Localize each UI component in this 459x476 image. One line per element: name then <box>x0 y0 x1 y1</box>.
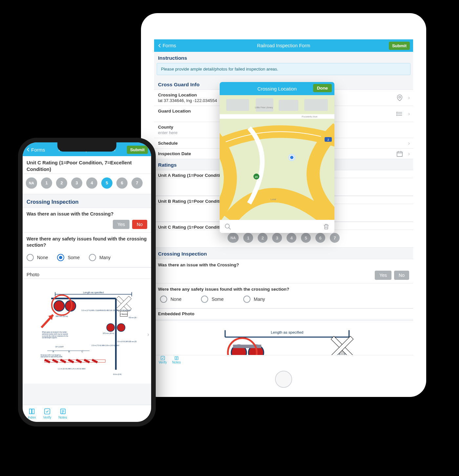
toolbar-verify[interactable]: Verify <box>159 356 167 364</box>
ipad-frame: Forms Railroad Inspection Form Submit In… <box>141 13 426 397</box>
chip-2[interactable]: 2 <box>258 233 268 243</box>
yes-button[interactable]: Yes <box>113 220 130 229</box>
chevron-right-icon: › <box>408 111 410 117</box>
chip-4[interactable]: 4 <box>287 233 296 243</box>
svg-point-4 <box>397 112 397 113</box>
radio-none[interactable]: None <box>27 254 48 261</box>
q2-radios: None Some Many <box>154 292 413 308</box>
submit-button[interactable]: Submit <box>127 146 148 154</box>
svg-rect-7 <box>397 152 403 156</box>
chip-na[interactable]: NA <box>228 233 239 243</box>
rating-c-row: Unit C Rating (1=Poor Condition, 7=Excel… <box>23 156 151 174</box>
chip-4[interactable]: 4 <box>86 177 97 189</box>
svg-rect-26 <box>256 98 273 112</box>
chip-2[interactable]: 2 <box>56 177 67 189</box>
chip-5[interactable]: 5 <box>101 177 112 189</box>
embedded-photo-label: Embedded Photo <box>158 311 409 316</box>
search-icon[interactable] <box>224 223 231 230</box>
trash-icon[interactable] <box>323 223 330 230</box>
svg-point-5 <box>397 114 397 114</box>
svg-rect-79 <box>45 409 50 414</box>
crossing-inspection-heading: Crossing Inspection <box>154 248 413 259</box>
crossing-inspection-heading: Crossing Inspection <box>23 194 151 208</box>
iphone-screen: Forms Railroad Inspection Form Submit Un… <box>23 142 151 422</box>
phone-bottom-toolbar: Index Verify Notes <box>23 405 151 422</box>
svg-point-54 <box>54 300 64 311</box>
svg-text:Length as specified: Length as specified <box>271 330 303 334</box>
svg-text:5.2 m (17 ft)
MIN.
CLEARANCE
A: 5.2 m (17 ft) MIN. CLEARANCE ABOVE CROWN… <box>82 309 131 311</box>
toolbar-notes[interactable]: Notes <box>172 356 181 364</box>
svg-rect-43 <box>161 356 165 360</box>
svg-text:1.1 m (3.5 ft) MIN
1.4 m (4.5 : 1.1 m (3.5 ft) MIN 1.4 m (4.5 ft) MAX <box>58 367 86 369</box>
ipad-bottom-toolbar: Verify Notes <box>154 355 413 364</box>
chip-3[interactable]: 3 <box>272 233 282 243</box>
q2-radios: None Some Many <box>23 249 151 267</box>
svg-line-40 <box>229 227 231 229</box>
svg-point-62 <box>117 323 125 331</box>
done-button[interactable]: Done <box>313 84 332 92</box>
svg-text:85: 85 <box>255 176 258 178</box>
toolbar-verify[interactable]: Verify <box>43 408 51 419</box>
iphone-notch <box>57 142 116 152</box>
svg-point-6 <box>397 115 397 116</box>
popover-title: Crossing Location <box>257 86 297 92</box>
railroad-crossing-diagram: Length as specified <box>37 285 137 383</box>
ipad-home-button[interactable] <box>275 371 292 388</box>
rating-c-chips: NA1234567 <box>23 174 151 194</box>
svg-point-39 <box>225 224 230 228</box>
svg-text:OF LIGHT: OF LIGHT <box>55 345 64 347</box>
toolbar-notes[interactable]: Notes <box>58 408 67 419</box>
yes-button[interactable]: Yes <box>375 271 391 280</box>
chip-5[interactable]: 5 <box>301 233 311 243</box>
check-square-icon <box>44 408 51 415</box>
svg-text:750 mm
(30 in): 750 mm (30 in) <box>129 317 137 319</box>
svg-text:Dimension A-B-C and length asa: Dimension A-B-C and length asappropriate… <box>41 354 63 358</box>
svg-text:Length as specified: Length as specified <box>83 291 104 294</box>
svg-point-37 <box>290 155 294 159</box>
embedded-diagram: Length as specified 230 mm (8 in) 5.2 m … <box>154 321 413 355</box>
chip-7[interactable]: 7 <box>131 177 143 189</box>
photo-label: Photo <box>23 267 151 279</box>
radio-some[interactable]: Some <box>201 296 224 303</box>
svg-rect-28 <box>304 99 328 111</box>
crossing-location-popover: Crossing Location Done Little Free Libra… <box>220 82 334 233</box>
chip-na[interactable]: NA <box>26 177 37 189</box>
svg-rect-25 <box>226 99 249 111</box>
back-label: Forms <box>31 147 45 153</box>
chevron-right-icon: › <box>147 331 149 338</box>
chip-1[interactable]: 1 <box>41 177 52 189</box>
radio-many[interactable]: Many <box>243 296 265 303</box>
chip-6[interactable]: 6 <box>315 233 325 243</box>
notes-icon <box>59 408 67 415</box>
svg-point-0 <box>399 96 401 98</box>
chip-7[interactable]: 7 <box>330 233 340 243</box>
instructions-heading: Instructions <box>154 52 413 63</box>
svg-text:1.5 m (4.9 ft) MIN
635 mm
(25.: 1.5 m (4.9 ft) MIN 635 mm (25.4 in) MAX <box>117 341 137 342</box>
no-button[interactable]: No <box>394 271 409 280</box>
svg-text:0.6 m (2 ft): 0.6 m (2 ft) <box>113 373 121 375</box>
back-button[interactable]: Forms <box>26 147 45 153</box>
notes-icon <box>174 356 179 361</box>
ipad-topbar: Forms Railroad Inspection Form Submit <box>154 39 413 52</box>
svg-text:2
TRACKS: 2 TRACKS <box>120 313 128 315</box>
q2-row: Were there any safety issues found with … <box>154 283 413 292</box>
chip-6[interactable]: 6 <box>116 177 128 189</box>
iphone-frame: Forms Railroad Inspection Form Submit Un… <box>18 138 156 426</box>
radio-many[interactable]: Many <box>89 254 110 261</box>
q1-row: Was there an issue with the Crossing? Ye… <box>154 259 413 283</box>
toolbar-index[interactable]: Index <box>28 408 36 419</box>
phone-content[interactable]: Unit C Rating (1=Poor Condition, 7=Excel… <box>23 156 151 405</box>
q1-text: Was there an issue with the Crossing? <box>158 262 409 267</box>
radio-none[interactable]: None <box>160 296 181 303</box>
radio-some[interactable]: Some <box>57 254 80 261</box>
location-pin-icon <box>396 94 403 101</box>
page-title: Railroad Inspection Form <box>154 43 413 48</box>
chip-3[interactable]: 3 <box>71 177 82 189</box>
chevron-right-icon: › <box>408 140 410 146</box>
embedded-diagram[interactable]: › Length as specified <box>23 279 151 383</box>
chip-1[interactable]: 1 <box>243 233 253 243</box>
svg-text:300 mm
(12 in): 300 mm (12 in) <box>56 315 68 317</box>
map-view[interactable]: Little Free Library Pocatello Ave 85 2 <box>220 95 334 220</box>
no-button[interactable]: No <box>132 220 147 229</box>
submit-button[interactable]: Submit <box>389 42 410 50</box>
